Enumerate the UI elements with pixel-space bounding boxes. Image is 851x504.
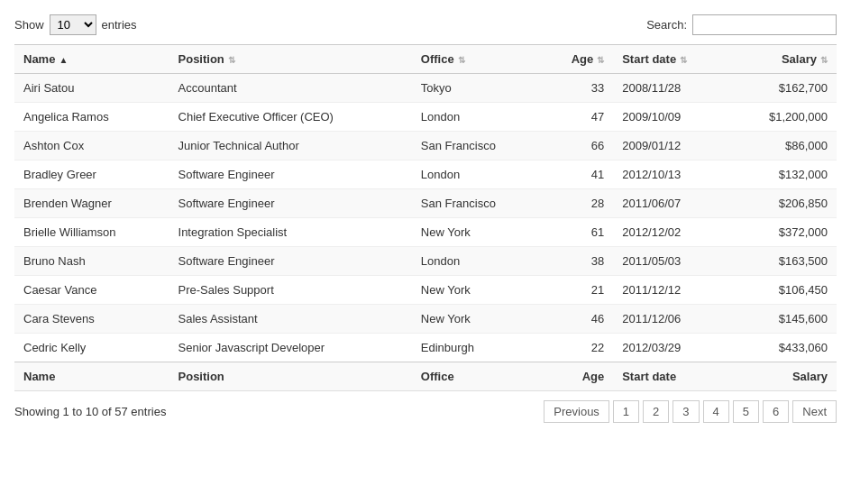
- cell-salary: $145,600: [729, 305, 837, 334]
- col-header-name[interactable]: Name: [14, 45, 169, 74]
- cell-position: Chief Executive Officer (CEO): [169, 103, 412, 132]
- cell-start_date: 2012/10/13: [613, 160, 729, 189]
- cell-name: Angelica Ramos: [14, 103, 169, 132]
- next-button[interactable]: Next: [792, 400, 837, 423]
- cell-salary: $433,060: [729, 334, 837, 362]
- cell-age: 22: [542, 334, 613, 362]
- col-header-office[interactable]: Office: [412, 45, 542, 74]
- cell-salary: $1,200,000: [729, 103, 837, 132]
- table-row: Airi SatouAccountantTokyo332008/11/28$16…: [14, 74, 837, 103]
- data-table: NamePositionOfficeAgeStart dateSalary Ai…: [14, 44, 837, 391]
- cell-start_date: 2008/11/28: [613, 74, 729, 103]
- cell-name: Ashton Cox: [14, 132, 169, 160]
- bottom-controls: Showing 1 to 10 of 57 entries Previous12…: [14, 400, 837, 423]
- cell-age: 33: [542, 74, 613, 103]
- footer-row: NamePositionOfficeAgeStart dateSalary: [14, 362, 837, 391]
- page-button-6[interactable]: 6: [763, 400, 789, 423]
- col-header-position[interactable]: Position: [169, 45, 412, 74]
- cell-name: Airi Satou: [14, 74, 169, 103]
- pagination: Previous123456Next: [544, 400, 837, 423]
- cell-salary: $106,450: [729, 276, 837, 305]
- col-footer-office[interactable]: Office: [412, 362, 542, 391]
- entries-select[interactable]: 102550100: [50, 14, 96, 35]
- page-button-3[interactable]: 3: [673, 400, 699, 423]
- col-header-salary[interactable]: Salary: [729, 45, 837, 74]
- col-label-start_date: Start date: [622, 52, 676, 66]
- cell-position: Software Engineer: [169, 189, 412, 218]
- cell-position: Senior Javascript Developer: [169, 334, 412, 362]
- table-row: Bradley GreerSoftware EngineerLondon4120…: [14, 160, 837, 189]
- cell-age: 47: [542, 103, 613, 132]
- search-input[interactable]: [692, 14, 837, 35]
- cell-age: 21: [542, 276, 613, 305]
- cell-name: Bruno Nash: [14, 247, 169, 276]
- table-row: Cara StevensSales AssistantNew York46201…: [14, 305, 837, 334]
- col-label-salary: Salary: [782, 52, 817, 66]
- page-button-2[interactable]: 2: [643, 400, 669, 423]
- cell-position: Pre-Sales Support: [169, 276, 412, 305]
- page-button-4[interactable]: 4: [703, 400, 729, 423]
- col-footer-start_date[interactable]: Start date: [613, 362, 729, 391]
- header-row: NamePositionOfficeAgeStart dateSalary: [14, 45, 837, 74]
- cell-start_date: 2012/12/02: [613, 218, 729, 247]
- cell-salary: $372,000: [729, 218, 837, 247]
- cell-office: Tokyo: [412, 74, 542, 103]
- cell-office: Edinburgh: [412, 334, 542, 362]
- cell-age: 38: [542, 247, 613, 276]
- table-row: Angelica RamosChief Executive Officer (C…: [14, 103, 837, 132]
- table-row: Brielle WilliamsonIntegration Specialist…: [14, 218, 837, 247]
- col-header-start_date[interactable]: Start date: [613, 45, 729, 74]
- cell-age: 28: [542, 189, 613, 218]
- table-row: Brenden WagnerSoftware EngineerSan Franc…: [14, 189, 837, 218]
- cell-office: London: [412, 247, 542, 276]
- cell-position: Software Engineer: [169, 160, 412, 189]
- cell-position: Integration Specialist: [169, 218, 412, 247]
- col-label-office: Office: [421, 52, 454, 66]
- cell-office: New York: [412, 305, 542, 334]
- cell-name: Cara Stevens: [14, 305, 169, 334]
- cell-start_date: 2011/12/06: [613, 305, 729, 334]
- cell-age: 61: [542, 218, 613, 247]
- cell-position: Junior Technical Author: [169, 132, 412, 160]
- col-footer-age[interactable]: Age: [542, 362, 613, 391]
- show-label: Show: [14, 18, 44, 32]
- table-head: NamePositionOfficeAgeStart dateSalary: [14, 45, 837, 74]
- col-footer-position[interactable]: Position: [169, 362, 412, 391]
- cell-salary: $86,000: [729, 132, 837, 160]
- col-header-age[interactable]: Age: [542, 45, 613, 74]
- table-row: Caesar VancePre-Sales SupportNew York212…: [14, 276, 837, 305]
- cell-name: Brielle Williamson: [14, 218, 169, 247]
- cell-age: 41: [542, 160, 613, 189]
- top-controls: Show 102550100 entries Search:: [14, 14, 837, 35]
- table-row: Bruno NashSoftware EngineerLondon382011/…: [14, 247, 837, 276]
- cell-salary: $163,500: [729, 247, 837, 276]
- previous-button[interactable]: Previous: [544, 400, 609, 423]
- col-label-position: Position: [178, 52, 224, 66]
- entries-label: entries: [102, 18, 137, 32]
- col-label-name: Name: [23, 52, 55, 66]
- sort-icon-office: [458, 55, 465, 65]
- page-button-5[interactable]: 5: [733, 400, 759, 423]
- cell-salary: $162,700: [729, 74, 837, 103]
- page-button-1[interactable]: 1: [613, 400, 639, 423]
- cell-age: 66: [542, 132, 613, 160]
- col-footer-salary[interactable]: Salary: [729, 362, 837, 391]
- showing-text: Showing 1 to 10 of 57 entries: [14, 405, 166, 418]
- cell-position: Accountant: [169, 74, 412, 103]
- col-footer-name[interactable]: Name: [14, 362, 169, 391]
- sort-icon-age: [597, 55, 604, 65]
- cell-name: Caesar Vance: [14, 276, 169, 305]
- table-foot: NamePositionOfficeAgeStart dateSalary: [14, 362, 837, 391]
- show-entries-control: Show 102550100 entries: [14, 14, 137, 35]
- cell-name: Cedric Kelly: [14, 334, 169, 362]
- cell-office: San Francisco: [412, 189, 542, 218]
- cell-office: London: [412, 103, 542, 132]
- cell-start_date: 2009/01/12: [613, 132, 729, 160]
- search-control: Search:: [646, 14, 837, 35]
- cell-office: New York: [412, 276, 542, 305]
- cell-start_date: 2012/03/29: [613, 334, 729, 362]
- cell-start_date: 2009/10/09: [613, 103, 729, 132]
- table-row: Ashton CoxJunior Technical AuthorSan Fra…: [14, 132, 837, 160]
- col-label-age: Age: [572, 52, 594, 66]
- cell-position: Software Engineer: [169, 247, 412, 276]
